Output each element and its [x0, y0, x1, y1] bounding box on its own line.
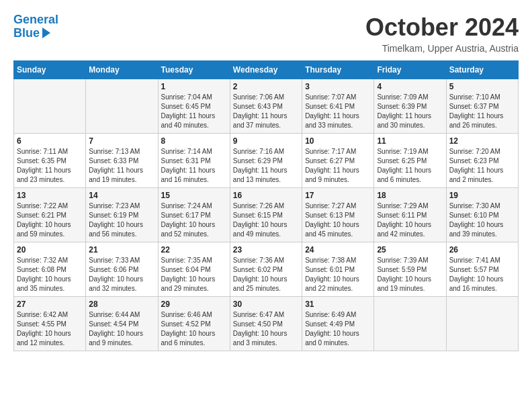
day-number: 19: [449, 191, 515, 200]
day-info: Sunrise: 7:26 AM Sunset: 6:15 PM Dayligh…: [233, 201, 299, 239]
day-number: 10: [305, 136, 371, 146]
day-number: 17: [305, 191, 371, 200]
column-header-monday: Monday: [86, 61, 158, 79]
calendar-cell: 25Sunrise: 7:39 AM Sunset: 5:59 PM Dayli…: [374, 242, 446, 297]
day-number: 6: [17, 136, 83, 146]
day-number: 29: [161, 300, 227, 309]
day-info: Sunrise: 7:17 AM Sunset: 6:27 PM Dayligh…: [305, 147, 371, 185]
day-info: Sunrise: 7:09 AM Sunset: 6:39 PM Dayligh…: [377, 93, 443, 130]
calendar-cell: 7Sunrise: 7:13 AM Sunset: 6:33 PM Daylig…: [86, 134, 158, 188]
day-info: Sunrise: 7:07 AM Sunset: 6:41 PM Dayligh…: [305, 93, 371, 130]
day-number: 16: [233, 191, 299, 200]
calendar-cell: 1Sunrise: 7:04 AM Sunset: 6:45 PM Daylig…: [158, 79, 230, 134]
calendar-cell: 10Sunrise: 7:17 AM Sunset: 6:27 PM Dayli…: [302, 134, 374, 188]
day-info: Sunrise: 7:29 AM Sunset: 6:11 PM Dayligh…: [377, 201, 443, 239]
day-info: Sunrise: 7:39 AM Sunset: 5:59 PM Dayligh…: [377, 256, 443, 293]
day-number: 2: [233, 82, 299, 91]
day-info: Sunrise: 7:23 AM Sunset: 6:19 PM Dayligh…: [89, 201, 154, 239]
day-info: Sunrise: 7:22 AM Sunset: 6:21 PM Dayligh…: [17, 201, 83, 239]
day-info: Sunrise: 6:46 AM Sunset: 4:52 PM Dayligh…: [161, 310, 227, 348]
column-header-friday: Friday: [374, 61, 446, 79]
day-info: Sunrise: 6:49 AM Sunset: 4:49 PM Dayligh…: [305, 310, 371, 348]
calendar-cell: [14, 79, 86, 134]
day-number: 23: [233, 245, 299, 255]
calendar-cell: 27Sunrise: 6:42 AM Sunset: 4:55 PM Dayli…: [14, 297, 86, 351]
calendar-cell: 3Sunrise: 7:07 AM Sunset: 6:41 PM Daylig…: [302, 79, 374, 134]
calendar-week-row: 27Sunrise: 6:42 AM Sunset: 4:55 PM Dayli…: [14, 297, 519, 351]
day-number: 3: [305, 82, 371, 91]
calendar-cell: [86, 79, 158, 134]
day-number: 20: [17, 245, 83, 255]
calendar-cell: 29Sunrise: 6:46 AM Sunset: 4:52 PM Dayli…: [158, 297, 230, 351]
day-number: 13: [17, 191, 83, 200]
calendar-cell: 22Sunrise: 7:35 AM Sunset: 6:04 PM Dayli…: [158, 242, 230, 297]
calendar-cell: 13Sunrise: 7:22 AM Sunset: 6:21 PM Dayli…: [14, 188, 86, 242]
day-info: Sunrise: 7:33 AM Sunset: 6:06 PM Dayligh…: [89, 256, 154, 293]
day-info: Sunrise: 7:16 AM Sunset: 6:29 PM Dayligh…: [233, 147, 299, 185]
day-number: 21: [89, 245, 154, 255]
day-info: Sunrise: 6:44 AM Sunset: 4:54 PM Dayligh…: [89, 310, 154, 348]
day-info: Sunrise: 6:42 AM Sunset: 4:55 PM Dayligh…: [17, 310, 83, 348]
day-info: Sunrise: 7:27 AM Sunset: 6:13 PM Dayligh…: [305, 201, 371, 239]
calendar-cell: 5Sunrise: 7:10 AM Sunset: 6:37 PM Daylig…: [446, 79, 518, 134]
column-header-wednesday: Wednesday: [230, 61, 302, 79]
day-info: Sunrise: 7:10 AM Sunset: 6:37 PM Dayligh…: [449, 93, 515, 130]
calendar-cell: 24Sunrise: 7:38 AM Sunset: 6:01 PM Dayli…: [302, 242, 374, 297]
day-number: 30: [233, 300, 299, 309]
calendar-cell: 17Sunrise: 7:27 AM Sunset: 6:13 PM Dayli…: [302, 188, 374, 242]
calendar-cell: 20Sunrise: 7:32 AM Sunset: 6:08 PM Dayli…: [14, 242, 86, 297]
day-number: 25: [377, 245, 443, 255]
logo-general: General: [13, 13, 58, 26]
column-header-sunday: Sunday: [14, 61, 86, 79]
day-info: Sunrise: 7:36 AM Sunset: 6:02 PM Dayligh…: [233, 256, 299, 293]
calendar-cell: [446, 297, 518, 351]
title-block: October 2024 Timelkam, Upper Austria, Au…: [365, 13, 519, 54]
calendar-cell: 6Sunrise: 7:11 AM Sunset: 6:35 PM Daylig…: [14, 134, 86, 188]
calendar-header-row: SundayMondayTuesdayWednesdayThursdayFrid…: [14, 61, 519, 79]
calendar-cell: 30Sunrise: 6:47 AM Sunset: 4:50 PM Dayli…: [230, 297, 302, 351]
day-info: Sunrise: 7:04 AM Sunset: 6:45 PM Dayligh…: [161, 93, 227, 130]
page-header: General Blue October 2024 Timelkam, Uppe…: [13, 13, 519, 54]
calendar-cell: 11Sunrise: 7:19 AM Sunset: 6:25 PM Dayli…: [374, 134, 446, 188]
calendar-cell: [374, 297, 446, 351]
calendar-week-row: 1Sunrise: 7:04 AM Sunset: 6:45 PM Daylig…: [14, 79, 519, 134]
logo: General Blue: [13, 13, 58, 40]
day-number: 26: [449, 245, 515, 255]
day-number: 5: [449, 82, 515, 91]
day-number: 22: [161, 245, 227, 255]
calendar-week-row: 6Sunrise: 7:11 AM Sunset: 6:35 PM Daylig…: [14, 134, 519, 188]
column-header-saturday: Saturday: [446, 61, 518, 79]
calendar-cell: 8Sunrise: 7:14 AM Sunset: 6:31 PM Daylig…: [158, 134, 230, 188]
day-number: 14: [89, 191, 154, 200]
calendar-cell: 9Sunrise: 7:16 AM Sunset: 6:29 PM Daylig…: [230, 134, 302, 188]
logo-arrow-icon: [42, 28, 50, 38]
day-info: Sunrise: 7:41 AM Sunset: 5:57 PM Dayligh…: [449, 256, 515, 293]
month-title: October 2024: [365, 13, 519, 42]
column-header-tuesday: Tuesday: [158, 61, 230, 79]
day-number: 27: [17, 300, 83, 309]
day-info: Sunrise: 7:35 AM Sunset: 6:04 PM Dayligh…: [161, 256, 227, 293]
calendar-cell: 14Sunrise: 7:23 AM Sunset: 6:19 PM Dayli…: [86, 188, 158, 242]
column-header-thursday: Thursday: [302, 61, 374, 79]
calendar-cell: 21Sunrise: 7:33 AM Sunset: 6:06 PM Dayli…: [86, 242, 158, 297]
location-subtitle: Timelkam, Upper Austria, Austria: [365, 43, 519, 54]
day-number: 8: [161, 136, 227, 146]
day-info: Sunrise: 7:19 AM Sunset: 6:25 PM Dayligh…: [377, 147, 443, 185]
logo-text: General: [13, 13, 58, 27]
day-info: Sunrise: 7:06 AM Sunset: 6:43 PM Dayligh…: [233, 93, 299, 130]
calendar-cell: 19Sunrise: 7:30 AM Sunset: 6:10 PM Dayli…: [446, 188, 518, 242]
calendar-cell: 28Sunrise: 6:44 AM Sunset: 4:54 PM Dayli…: [86, 297, 158, 351]
day-info: Sunrise: 7:38 AM Sunset: 6:01 PM Dayligh…: [305, 256, 371, 293]
day-number: 15: [161, 191, 227, 200]
logo-blue: Blue: [13, 27, 40, 40]
calendar-cell: 18Sunrise: 7:29 AM Sunset: 6:11 PM Dayli…: [374, 188, 446, 242]
day-info: Sunrise: 7:11 AM Sunset: 6:35 PM Dayligh…: [17, 147, 83, 185]
calendar-cell: 15Sunrise: 7:24 AM Sunset: 6:17 PM Dayli…: [158, 188, 230, 242]
day-number: 9: [233, 136, 299, 146]
calendar-table: SundayMondayTuesdayWednesdayThursdayFrid…: [13, 60, 519, 351]
day-number: 28: [89, 300, 154, 309]
day-info: Sunrise: 7:13 AM Sunset: 6:33 PM Dayligh…: [89, 147, 154, 185]
day-number: 7: [89, 136, 154, 146]
calendar-cell: 31Sunrise: 6:49 AM Sunset: 4:49 PM Dayli…: [302, 297, 374, 351]
day-number: 11: [377, 136, 443, 146]
